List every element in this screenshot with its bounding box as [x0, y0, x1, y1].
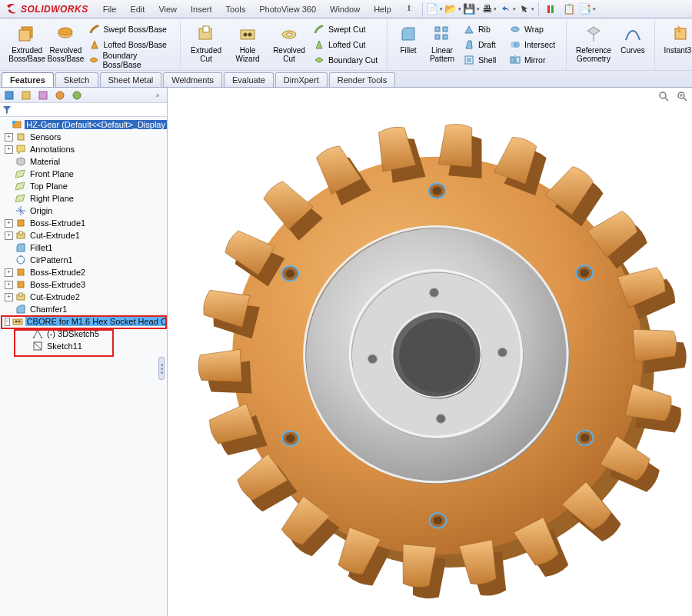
zoom-area-icon[interactable]: [675, 89, 689, 103]
ribbon-label: Mirror: [524, 55, 545, 65]
wrap-button[interactable]: Wrap: [506, 22, 561, 37]
settings-button[interactable]: 📑▾: [579, 2, 596, 17]
svg-point-56: [660, 92, 666, 98]
tree-item[interactable]: Top Plane: [2, 180, 167, 192]
tree-item[interactable]: Fillet1: [2, 241, 167, 254]
swept-cut-button[interactable]: Swept Cut: [310, 22, 382, 37]
open-doc-button[interactable]: 📂▾: [444, 2, 461, 17]
select-button[interactable]: ▾: [518, 2, 535, 17]
revolved-cut-button[interactable]: Revolved Cut: [268, 22, 310, 65]
new-doc-button[interactable]: 📄▾: [426, 2, 443, 17]
graphics-viewport[interactable]: [168, 88, 692, 616]
menu-photoview360[interactable]: PhotoView 360: [252, 2, 323, 16]
hole-wizard-button[interactable]: Hole Wizard: [227, 22, 268, 65]
tree-root[interactable]: HZ-Gear (Default<<Default>_Display: [2, 118, 167, 131]
toolbar-separator-2: [538, 2, 539, 16]
menu-view[interactable]: View: [151, 2, 184, 16]
ribbon-label: Lofted Boss/Base: [104, 40, 167, 49]
menu-edit[interactable]: Edit: [123, 2, 151, 16]
svg-rect-1: [551, 5, 554, 13]
tree-item[interactable]: +Boss-Extrude3: [2, 278, 167, 291]
ribbon-label: Swept Boss/Base: [104, 25, 167, 34]
swept-boss-button[interactable]: Swept Boss/Base: [85, 22, 175, 37]
tree-item[interactable]: +Boss-Extrude1: [2, 217, 167, 229]
svg-rect-38: [18, 220, 24, 226]
lofted-cut-button[interactable]: Lofted Cut: [310, 37, 382, 52]
curves-button[interactable]: Curves: [616, 22, 650, 56]
revolved-boss-button[interactable]: Revolved Boss/Base: [46, 22, 85, 65]
ribbon-label: Instant3D: [664, 46, 692, 55]
lofted-boss-button[interactable]: Lofted Boss/Base: [85, 37, 175, 52]
linear-pattern-button[interactable]: Linear Pattern: [424, 22, 460, 65]
fm-tab-config[interactable]: [35, 88, 51, 102]
tree-item[interactable]: +Cut-Extrude2: [2, 291, 167, 303]
mirror-button[interactable]: Mirror: [506, 52, 561, 68]
fm-tab-tree[interactable]: [2, 88, 17, 102]
tree-item-3dsketch[interactable]: (-) 3DSketch5: [2, 328, 167, 340]
menu-window[interactable]: Window: [323, 2, 367, 16]
instant3d-button[interactable]: Instant3D: [660, 22, 692, 56]
tree-item-label: Sketch11: [45, 341, 84, 351]
fm-tab-dimxpert[interactable]: [52, 88, 68, 102]
menu-insert[interactable]: Insert: [184, 2, 219, 16]
tree-item-sketch[interactable]: Sketch11: [2, 340, 167, 352]
tab-dimxpert[interactable]: DimXpert: [275, 72, 328, 87]
tree-item[interactable]: +Cut-Extrude1: [2, 229, 167, 241]
tree-item[interactable]: Right Plane: [2, 192, 167, 205]
tab-evaluate[interactable]: Evaluate: [224, 72, 274, 87]
extruded-boss-button[interactable]: Extruded Boss/Base: [8, 22, 46, 65]
menu-pin-icon[interactable]: [398, 2, 420, 16]
tab-rendertools[interactable]: Render Tools: [329, 72, 396, 87]
tab-sketch[interactable]: Sketch: [55, 72, 98, 87]
tree-item[interactable]: CirPattern1: [2, 254, 167, 266]
boundary-cut-button[interactable]: Boundary Cut: [310, 52, 382, 68]
tab-sheetmetal[interactable]: Sheet Metal: [100, 72, 162, 87]
tree-item[interactable]: +Boss-Extrude2: [2, 266, 167, 278]
plane-icon: [15, 193, 26, 204]
tree-item-label: Front Plane: [28, 169, 75, 178]
tree-item[interactable]: Chamfer1: [2, 303, 167, 315]
undo-button[interactable]: ▾: [500, 2, 517, 17]
tree-item[interactable]: +Sensors: [2, 131, 167, 143]
menu-help[interactable]: Help: [367, 2, 398, 16]
tree-item-label: Boss-Extrude3: [28, 280, 87, 289]
menu-file[interactable]: File: [96, 2, 124, 16]
sketch-icon: [32, 341, 43, 351]
zoom-fit-icon[interactable]: [657, 89, 670, 103]
extruded-cut-button[interactable]: Extruded Cut: [185, 22, 227, 65]
boundary-boss-button[interactable]: Boundary Boss/Base: [85, 52, 175, 68]
draft-button[interactable]: Draft: [460, 37, 506, 52]
fm-tab-property[interactable]: [18, 88, 34, 102]
feature-filter-row[interactable]: [0, 103, 167, 117]
svg-point-74: [368, 355, 378, 364]
fm-expand-button[interactable]: »: [150, 88, 165, 102]
rib-button[interactable]: Rib: [460, 22, 506, 37]
reference-geometry-button[interactable]: Reference Geometry: [571, 22, 616, 65]
tree-item[interactable]: Front Plane: [2, 168, 167, 180]
save-button[interactable]: 💾▾: [463, 2, 480, 17]
ribbon-label: Lofted Cut: [328, 40, 365, 49]
tab-features[interactable]: Features: [2, 72, 54, 87]
rebuild-button[interactable]: [542, 2, 559, 17]
svg-point-19: [511, 27, 519, 32]
tab-weldments[interactable]: Weldments: [163, 72, 222, 87]
gear-model: [168, 88, 692, 616]
svg-point-42: [20, 255, 22, 257]
tree-item[interactable]: Material: [2, 155, 167, 168]
svg-rect-13: [435, 27, 440, 32]
tree-item[interactable]: Origin: [2, 205, 167, 217]
fillet-button[interactable]: Fillet: [392, 22, 424, 56]
svg-rect-0: [547, 5, 550, 13]
options-button[interactable]: 📋: [561, 2, 577, 17]
svg-rect-40: [19, 231, 22, 235]
menu-tools[interactable]: Tools: [219, 2, 253, 16]
fm-tab-display[interactable]: [69, 88, 85, 102]
panel-splitter-handle[interactable]: [158, 357, 165, 380]
cut-icon: [15, 230, 26, 241]
tree-item[interactable]: +Annotations: [2, 143, 167, 155]
print-button[interactable]: 🖶▾: [481, 2, 498, 17]
intersect-button[interactable]: Intersect: [506, 37, 561, 52]
shell-button[interactable]: Shell: [460, 52, 506, 68]
filter-icon: [2, 105, 12, 115]
tree-item-cbore[interactable]: − CBORE for M1.6 Hex Socket Head Ca: [2, 315, 167, 328]
